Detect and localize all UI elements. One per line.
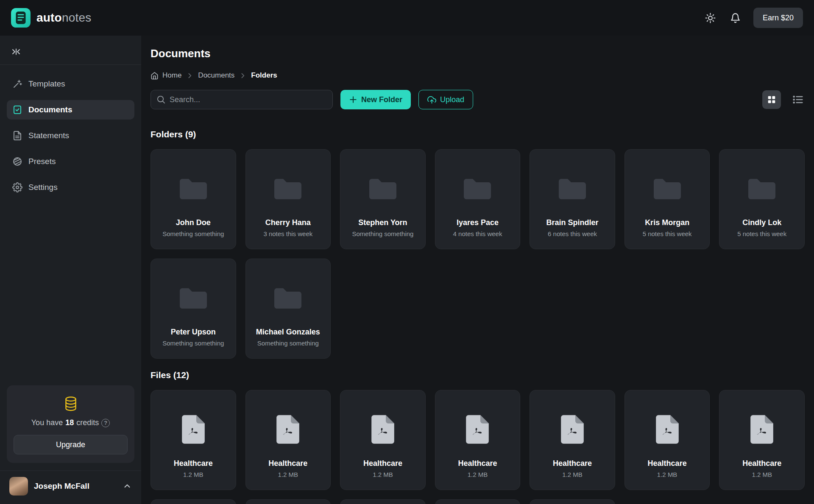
folder-icon: [176, 285, 210, 311]
page-title: Documents: [151, 47, 805, 60]
pdf-file-icon: [371, 415, 395, 444]
upload-button[interactable]: Upload: [418, 90, 473, 109]
folder-card[interactable]: Peter Upson Something something: [151, 259, 236, 359]
file-name: Healthcare: [363, 459, 402, 468]
file-card[interactable]: Healthcare 1.2 MB: [435, 390, 521, 490]
folder-subtitle: 5 notes this week: [643, 230, 692, 238]
credits-text: You have 18 credits ?: [14, 418, 128, 427]
sidebar-item-label: Statements: [28, 131, 69, 140]
file-name: Healthcare: [648, 459, 687, 468]
collapse-icon: [11, 47, 21, 57]
gear-icon: [12, 182, 22, 192]
sidebar-item-presets[interactable]: Presets: [7, 152, 134, 171]
folder-subtitle: 4 notes this week: [453, 230, 502, 238]
folder-name: Cherry Hana: [265, 218, 311, 227]
file-size: 1.2 MB: [752, 471, 772, 479]
sidebar-nav: Templates Documents: [7, 74, 134, 197]
theme-toggle-button[interactable]: [703, 11, 717, 25]
folder-subtitle: Something something: [352, 230, 413, 238]
sidebar-divider: [0, 64, 141, 65]
presets-sphere-icon: [12, 156, 22, 167]
sidebar-item-label: Templates: [28, 79, 65, 89]
search-box: [151, 90, 333, 109]
file-card[interactable]: Healthcare 1.2 MB: [435, 499, 521, 504]
breadcrumb-home[interactable]: Home: [151, 71, 181, 80]
sidebar-collapse-button[interactable]: [9, 45, 23, 58]
folder-subtitle: Something something: [257, 340, 319, 347]
file-card[interactable]: Healthcare 1.2 MB: [530, 499, 615, 504]
file-card[interactable]: Healthcare 1.2 MB: [245, 390, 331, 490]
sidebar: Templates Documents: [0, 36, 141, 504]
folder-icon: [460, 175, 494, 202]
file-name: Healthcare: [458, 459, 497, 468]
sidebar-item-label: Presets: [28, 157, 56, 166]
folder-subtitle: 3 notes this week: [263, 230, 312, 238]
sidebar-item-settings[interactable]: Settings: [7, 178, 134, 197]
notifications-button[interactable]: [728, 11, 742, 25]
sun-icon: [705, 13, 716, 23]
folder-card[interactable]: Michael Gonzales Something something: [245, 259, 331, 359]
file-card[interactable]: Healthcare 1.2 MB: [530, 390, 615, 490]
chevron-right-icon: [186, 72, 193, 79]
file-card[interactable]: Healthcare 1.2 MB: [245, 499, 331, 504]
top-bar: autonotes Earn $20: [0, 0, 814, 36]
brand[interactable]: autonotes: [11, 8, 91, 28]
search-input[interactable]: [151, 90, 333, 109]
folder-card[interactable]: Cindly Lok 5 notes this week: [719, 149, 805, 249]
avatar: [9, 477, 28, 496]
file-name: Healthcare: [553, 459, 592, 468]
folder-icon: [366, 175, 400, 202]
folder-name: John Doe: [176, 218, 211, 227]
file-size: 1.2 MB: [657, 471, 677, 479]
breadcrumb-folders: Folders: [251, 71, 277, 80]
file-size: 1.2 MB: [562, 471, 583, 479]
bell-icon: [730, 13, 741, 23]
sidebar-item-statements[interactable]: Statements: [7, 126, 134, 145]
folder-name: Peter Upson: [171, 327, 216, 337]
folder-name: Michael Gonzales: [256, 327, 320, 337]
coins-icon: [14, 395, 128, 412]
wand-icon: [12, 79, 22, 89]
folder-icon: [176, 175, 210, 202]
list-view-button[interactable]: [791, 93, 805, 106]
sidebar-item-documents[interactable]: Documents: [7, 100, 134, 120]
folders-section-heading: Folders (9): [151, 129, 805, 140]
credits-count: 18: [65, 418, 74, 427]
grid-icon: [767, 95, 776, 104]
folder-card[interactable]: Iyares Pace 4 notes this week: [435, 149, 521, 249]
new-folder-button[interactable]: New Folder: [340, 90, 411, 109]
earn-button[interactable]: Earn $20: [753, 8, 803, 28]
file-card[interactable]: Healthcare 1.2 MB: [151, 499, 236, 504]
pdf-file-icon: [466, 415, 489, 444]
grid-view-button[interactable]: [762, 90, 781, 109]
user-menu[interactable]: Joseph McFall: [0, 471, 141, 504]
breadcrumb: Home Documents Folders: [151, 70, 805, 81]
file-card[interactable]: Healthcare 1.2 MB: [719, 390, 805, 490]
home-icon: [151, 72, 159, 80]
folder-subtitle: Something something: [162, 340, 224, 347]
plus-icon: [349, 95, 357, 104]
chevron-right-icon: [239, 72, 246, 79]
folder-card[interactable]: Cherry Hana 3 notes this week: [245, 149, 331, 249]
file-card[interactable]: Healthcare 1.2 MB: [340, 390, 426, 490]
folder-card[interactable]: Kris Morgan 5 notes this week: [624, 149, 710, 249]
view-toggle: [762, 90, 805, 109]
folder-subtitle: 6 notes this week: [548, 230, 597, 238]
folder-card[interactable]: Brain Spindler 6 notes this week: [530, 149, 615, 249]
files-section-heading: Files (12): [151, 370, 805, 381]
breadcrumb-documents[interactable]: Documents: [198, 71, 234, 80]
file-size: 1.2 MB: [468, 471, 488, 479]
credits-info-icon[interactable]: ?: [101, 419, 110, 427]
file-card[interactable]: Healthcare 1.2 MB: [340, 499, 426, 504]
pdf-file-icon: [276, 415, 300, 444]
app-logo-icon: [11, 8, 31, 28]
folder-name: Iyares Pace: [457, 218, 499, 227]
search-icon: [156, 95, 166, 104]
folder-card[interactable]: John Doe Something something: [151, 149, 236, 249]
file-card[interactable]: Healthcare 1.2 MB: [151, 390, 236, 490]
file-card[interactable]: Healthcare 1.2 MB: [624, 390, 710, 490]
upgrade-button[interactable]: Upgrade: [14, 435, 128, 454]
folder-card[interactable]: Stephen Yorn Something something: [340, 149, 426, 249]
sidebar-item-templates[interactable]: Templates: [7, 74, 134, 94]
file-name: Healthcare: [268, 459, 307, 468]
